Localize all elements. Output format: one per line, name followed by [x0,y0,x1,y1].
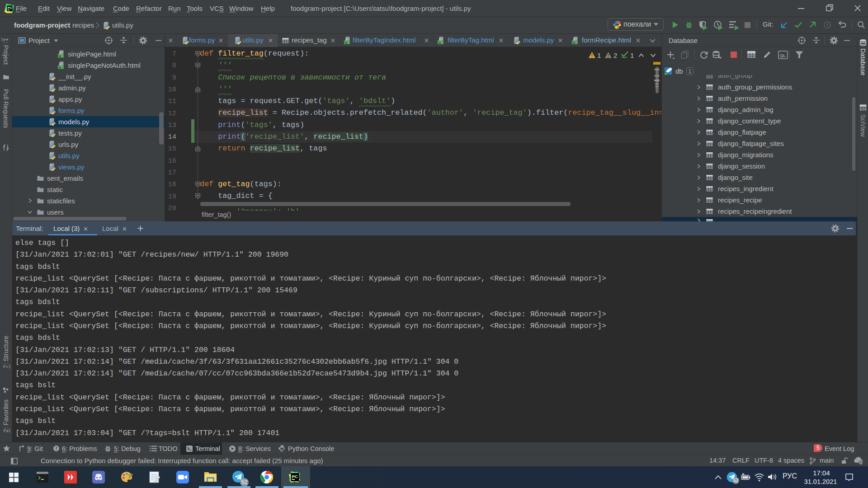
svg-text:PC: PC [8,6,12,10]
svg-text:QL: QL [780,53,786,58]
svg-text:PC: PC [292,474,298,479]
